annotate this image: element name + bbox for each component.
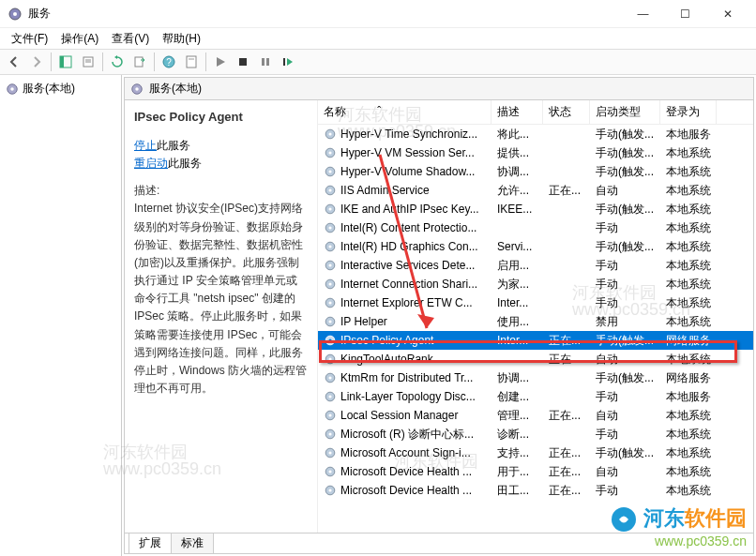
service-row[interactable]: IIS Admin Service 允许... 正在... 自动 本地系统	[318, 181, 753, 200]
properties-button[interactable]	[78, 52, 98, 72]
service-desc: 协调...	[491, 164, 543, 180]
service-row[interactable]: Microsoft Device Health ... 田工... 正在... …	[318, 481, 753, 500]
gear-icon	[324, 484, 337, 497]
service-startup: 手动	[590, 220, 660, 236]
service-name: IP Helper	[340, 315, 387, 328]
gear-icon	[324, 240, 337, 253]
svg-point-39	[328, 301, 331, 304]
service-row[interactable]: Microsoft Account Sign-i... 支持... 正在... …	[318, 443, 753, 462]
back-button[interactable]	[4, 52, 24, 72]
service-row[interactable]: KingToolAutoRank 正在... 自动 本地系统	[318, 350, 753, 368]
service-desc: 支持...	[491, 445, 543, 461]
menu-help[interactable]: 帮助(H)	[157, 29, 206, 49]
stop-service-link[interactable]: 停止	[134, 139, 157, 152]
column-logon[interactable]: 登录为	[660, 100, 717, 124]
service-row[interactable]: Intel(R) HD Graphics Con... Servi... 手动(…	[318, 237, 753, 256]
svg-point-45	[328, 357, 331, 360]
tabs: 扩展 标准	[125, 533, 753, 553]
service-row[interactable]: Hyper-V Time Synchroniz... 将此... 手动(触发..…	[318, 125, 753, 143]
service-row[interactable]: IKE and AuthIP IPsec Key... IKEE... 手动(触…	[318, 200, 753, 218]
export-button[interactable]	[129, 52, 150, 72]
stop-service-button[interactable]	[233, 52, 253, 72]
service-row[interactable]: Link-Layer Topology Disc... 创建... 手动 本地服…	[318, 387, 753, 406]
service-row[interactable]: Hyper-V VM Session Ser... 提供... 手动(触发...…	[318, 143, 753, 162]
service-name: Internet Explorer ETW C...	[340, 296, 473, 309]
forward-button[interactable]	[26, 52, 47, 72]
service-startup: 手动(触发...	[590, 202, 660, 218]
service-desc: Inter...	[491, 334, 543, 347]
service-row[interactable]: Internet Explorer ETW C... Inter... 手动 本…	[318, 293, 753, 312]
service-logon: 本地系统	[660, 483, 717, 499]
help-button[interactable]: ?	[159, 52, 179, 72]
gear-icon	[324, 165, 337, 178]
start-service-button[interactable]	[210, 52, 231, 72]
window-title: 服务	[28, 6, 622, 22]
service-row[interactable]: Hyper-V Volume Shadow... 协调... 手动(触发... …	[318, 162, 753, 181]
service-row[interactable]: IPsec Policy Agent Inter... 正在... 手动(触发.…	[318, 331, 753, 350]
gear-icon	[324, 390, 337, 403]
service-name: Internet Connection Shari...	[340, 278, 477, 291]
service-desc: Servi...	[491, 240, 543, 253]
service-row[interactable]: Intel(R) Content Protectio... 手动 本地系统	[318, 218, 753, 237]
service-desc: 协调...	[491, 370, 543, 386]
column-name[interactable]: 名称 ˆ	[318, 100, 491, 124]
column-desc[interactable]: 描述	[491, 100, 543, 124]
menu-action[interactable]: 操作(A)	[55, 29, 104, 49]
service-desc: 提供...	[491, 145, 543, 161]
refresh-button[interactable]	[107, 52, 128, 72]
gear-icon	[324, 146, 337, 159]
show-hide-tree-button[interactable]	[55, 52, 76, 72]
svg-point-17	[10, 87, 14, 91]
service-row[interactable]: Microsoft (R) 诊断中心标... 诊断... 手动 本地系统	[318, 425, 753, 443]
gear-icon	[130, 83, 144, 96]
column-startup[interactable]: 启动类型	[590, 100, 660, 124]
service-status: 正在...	[543, 333, 590, 349]
svg-point-59	[328, 488, 331, 491]
service-logon: 本地服务	[660, 127, 717, 143]
service-logon: 本地系统	[660, 202, 717, 218]
svg-rect-13	[262, 58, 265, 66]
menu-file[interactable]: 文件(F)	[6, 29, 53, 49]
svg-point-49	[328, 395, 331, 398]
gear-icon	[324, 203, 337, 216]
properties-icon[interactable]	[181, 52, 202, 72]
service-name: Hyper-V Time Synchroniz...	[340, 128, 477, 141]
service-row[interactable]: Local Session Manager 管理... 正在... 自动 本地系…	[318, 406, 753, 425]
service-name: Microsoft Device Health ...	[340, 465, 472, 478]
service-row[interactable]: KtmRm for Distributed Tr... 协调... 手动(触发.…	[318, 368, 753, 387]
pause-service-button[interactable]	[255, 52, 276, 72]
service-row[interactable]: Internet Connection Shari... 为家... 手动 本地…	[318, 275, 753, 293]
service-desc: IKEE...	[491, 203, 543, 216]
maximize-button[interactable]: ☐	[664, 0, 706, 28]
service-row[interactable]: Interactive Services Dete... 启用... 手动 本地…	[318, 256, 753, 275]
service-startup: 手动	[590, 295, 660, 311]
gear-icon	[324, 128, 337, 141]
column-status[interactable]: 状态	[543, 100, 590, 124]
service-name: Hyper-V Volume Shadow...	[340, 165, 475, 178]
minimize-button[interactable]: —	[622, 0, 664, 28]
svg-point-29	[328, 207, 331, 210]
services-list[interactable]: 名称 ˆ 描述 状态 启动类型 登录为 Hyper-V Time Synchro…	[317, 100, 753, 533]
menu-view[interactable]: 查看(V)	[106, 29, 155, 49]
close-button[interactable]: ✕	[706, 0, 748, 28]
service-desc: 创建...	[491, 389, 543, 405]
restart-service-link[interactable]: 重启动	[134, 157, 168, 170]
tab-standard[interactable]: 标准	[171, 533, 214, 554]
gear-icon	[324, 371, 337, 384]
service-name: IIS Admin Service	[340, 184, 430, 197]
gear-icon	[324, 465, 337, 478]
svg-point-41	[328, 320, 331, 323]
service-desc: Inter...	[491, 296, 543, 309]
service-logon: 本地系统	[660, 314, 717, 330]
restart-service-button[interactable]	[278, 52, 298, 72]
service-logon: 本地系统	[660, 427, 717, 443]
service-row[interactable]: IP Helper 使用... 禁用 本地系统	[318, 312, 753, 331]
service-desc: 将此...	[491, 127, 543, 143]
tree-node-services-local[interactable]: 服务(本地)	[4, 79, 117, 98]
gear-icon	[324, 259, 337, 272]
service-name: Interactive Services Dete...	[340, 259, 475, 272]
service-status: 正在...	[543, 408, 590, 424]
service-startup: 手动(触发...	[590, 145, 660, 161]
tab-extended[interactable]: 扩展	[129, 533, 172, 554]
service-row[interactable]: Microsoft Device Health ... 用于... 正在... …	[318, 462, 753, 481]
